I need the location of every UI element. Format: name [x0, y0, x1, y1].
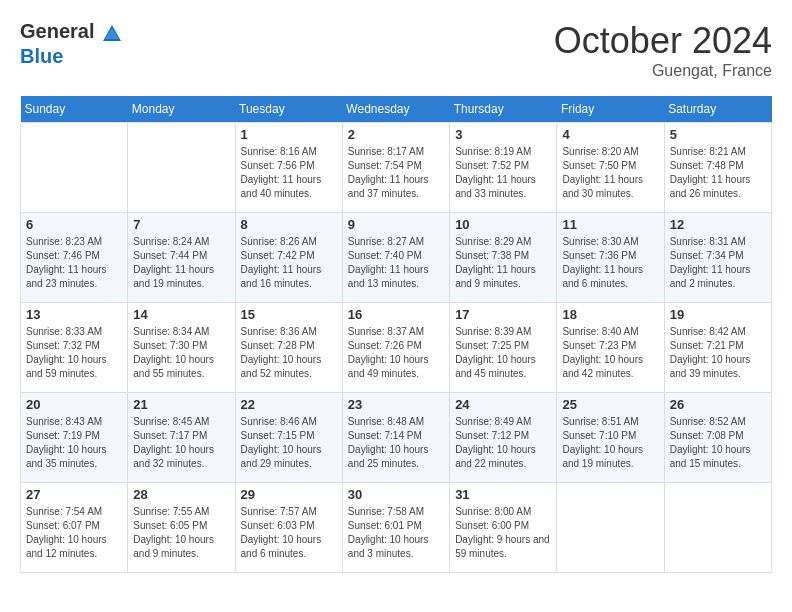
day-number: 1 [241, 127, 337, 142]
day-number: 7 [133, 217, 229, 232]
header-row: SundayMondayTuesdayWednesdayThursdayFrid… [21, 96, 772, 123]
title-section: October 2024 Guengat, France [554, 20, 772, 80]
logo-general: General [20, 20, 94, 42]
calendar-cell: 31Sunrise: 8:00 AMSunset: 6:00 PMDayligh… [450, 483, 557, 573]
day-info: Sunrise: 8:00 AMSunset: 6:00 PMDaylight:… [455, 505, 551, 561]
day-info: Sunrise: 8:48 AMSunset: 7:14 PMDaylight:… [348, 415, 444, 471]
calendar-cell: 22Sunrise: 8:46 AMSunset: 7:15 PMDayligh… [235, 393, 342, 483]
day-info: Sunrise: 8:51 AMSunset: 7:10 PMDaylight:… [562, 415, 658, 471]
day-info: Sunrise: 8:33 AMSunset: 7:32 PMDaylight:… [26, 325, 122, 381]
week-row-2: 6Sunrise: 8:23 AMSunset: 7:46 PMDaylight… [21, 213, 772, 303]
day-number: 29 [241, 487, 337, 502]
day-number: 9 [348, 217, 444, 232]
day-number: 6 [26, 217, 122, 232]
svg-marker-1 [105, 28, 119, 39]
day-number: 15 [241, 307, 337, 322]
day-number: 16 [348, 307, 444, 322]
day-number: 2 [348, 127, 444, 142]
calendar-cell: 29Sunrise: 7:57 AMSunset: 6:03 PMDayligh… [235, 483, 342, 573]
day-number: 23 [348, 397, 444, 412]
day-info: Sunrise: 8:17 AMSunset: 7:54 PMDaylight:… [348, 145, 444, 201]
calendar-cell: 26Sunrise: 8:52 AMSunset: 7:08 PMDayligh… [664, 393, 771, 483]
calendar-cell: 18Sunrise: 8:40 AMSunset: 7:23 PMDayligh… [557, 303, 664, 393]
day-info: Sunrise: 8:43 AMSunset: 7:19 PMDaylight:… [26, 415, 122, 471]
day-info: Sunrise: 8:29 AMSunset: 7:38 PMDaylight:… [455, 235, 551, 291]
calendar-cell: 25Sunrise: 8:51 AMSunset: 7:10 PMDayligh… [557, 393, 664, 483]
day-number: 26 [670, 397, 766, 412]
calendar-table: SundayMondayTuesdayWednesdayThursdayFrid… [20, 96, 772, 573]
day-number: 4 [562, 127, 658, 142]
calendar-cell: 1Sunrise: 8:16 AMSunset: 7:56 PMDaylight… [235, 123, 342, 213]
day-info: Sunrise: 8:46 AMSunset: 7:15 PMDaylight:… [241, 415, 337, 471]
calendar-cell: 20Sunrise: 8:43 AMSunset: 7:19 PMDayligh… [21, 393, 128, 483]
day-info: Sunrise: 7:58 AMSunset: 6:01 PMDaylight:… [348, 505, 444, 561]
day-info: Sunrise: 7:54 AMSunset: 6:07 PMDaylight:… [26, 505, 122, 561]
day-number: 14 [133, 307, 229, 322]
day-info: Sunrise: 8:52 AMSunset: 7:08 PMDaylight:… [670, 415, 766, 471]
day-info: Sunrise: 8:27 AMSunset: 7:40 PMDaylight:… [348, 235, 444, 291]
calendar-cell: 11Sunrise: 8:30 AMSunset: 7:36 PMDayligh… [557, 213, 664, 303]
logo-text: General Blue [20, 20, 125, 68]
day-number: 20 [26, 397, 122, 412]
calendar-cell: 30Sunrise: 7:58 AMSunset: 6:01 PMDayligh… [342, 483, 449, 573]
day-number: 31 [455, 487, 551, 502]
day-number: 10 [455, 217, 551, 232]
day-info: Sunrise: 8:34 AMSunset: 7:30 PMDaylight:… [133, 325, 229, 381]
day-number: 11 [562, 217, 658, 232]
day-info: Sunrise: 8:26 AMSunset: 7:42 PMDaylight:… [241, 235, 337, 291]
day-number: 25 [562, 397, 658, 412]
calendar-cell: 19Sunrise: 8:42 AMSunset: 7:21 PMDayligh… [664, 303, 771, 393]
day-header-tuesday: Tuesday [235, 96, 342, 123]
day-number: 3 [455, 127, 551, 142]
calendar-cell [557, 483, 664, 573]
day-header-thursday: Thursday [450, 96, 557, 123]
day-number: 22 [241, 397, 337, 412]
day-number: 27 [26, 487, 122, 502]
calendar-cell: 12Sunrise: 8:31 AMSunset: 7:34 PMDayligh… [664, 213, 771, 303]
day-info: Sunrise: 8:42 AMSunset: 7:21 PMDaylight:… [670, 325, 766, 381]
week-row-4: 20Sunrise: 8:43 AMSunset: 7:19 PMDayligh… [21, 393, 772, 483]
calendar-cell: 4Sunrise: 8:20 AMSunset: 7:50 PMDaylight… [557, 123, 664, 213]
day-info: Sunrise: 8:37 AMSunset: 7:26 PMDaylight:… [348, 325, 444, 381]
day-number: 5 [670, 127, 766, 142]
calendar-cell: 10Sunrise: 8:29 AMSunset: 7:38 PMDayligh… [450, 213, 557, 303]
logo: General Blue [20, 20, 125, 68]
calendar-cell: 9Sunrise: 8:27 AMSunset: 7:40 PMDaylight… [342, 213, 449, 303]
day-info: Sunrise: 7:55 AMSunset: 6:05 PMDaylight:… [133, 505, 229, 561]
day-info: Sunrise: 8:20 AMSunset: 7:50 PMDaylight:… [562, 145, 658, 201]
calendar-cell: 24Sunrise: 8:49 AMSunset: 7:12 PMDayligh… [450, 393, 557, 483]
calendar-cell: 7Sunrise: 8:24 AMSunset: 7:44 PMDaylight… [128, 213, 235, 303]
day-number: 18 [562, 307, 658, 322]
day-header-wednesday: Wednesday [342, 96, 449, 123]
day-info: Sunrise: 8:36 AMSunset: 7:28 PMDaylight:… [241, 325, 337, 381]
calendar-cell: 17Sunrise: 8:39 AMSunset: 7:25 PMDayligh… [450, 303, 557, 393]
calendar-cell: 3Sunrise: 8:19 AMSunset: 7:52 PMDaylight… [450, 123, 557, 213]
day-number: 17 [455, 307, 551, 322]
calendar-cell: 14Sunrise: 8:34 AMSunset: 7:30 PMDayligh… [128, 303, 235, 393]
day-info: Sunrise: 8:16 AMSunset: 7:56 PMDaylight:… [241, 145, 337, 201]
day-info: Sunrise: 8:40 AMSunset: 7:23 PMDaylight:… [562, 325, 658, 381]
location: Guengat, France [554, 62, 772, 80]
day-header-monday: Monday [128, 96, 235, 123]
day-info: Sunrise: 8:21 AMSunset: 7:48 PMDaylight:… [670, 145, 766, 201]
day-info: Sunrise: 8:24 AMSunset: 7:44 PMDaylight:… [133, 235, 229, 291]
day-info: Sunrise: 8:45 AMSunset: 7:17 PMDaylight:… [133, 415, 229, 471]
calendar-cell: 6Sunrise: 8:23 AMSunset: 7:46 PMDaylight… [21, 213, 128, 303]
day-header-sunday: Sunday [21, 96, 128, 123]
week-row-5: 27Sunrise: 7:54 AMSunset: 6:07 PMDayligh… [21, 483, 772, 573]
calendar-cell [128, 123, 235, 213]
day-header-saturday: Saturday [664, 96, 771, 123]
calendar-cell: 28Sunrise: 7:55 AMSunset: 6:05 PMDayligh… [128, 483, 235, 573]
calendar-cell: 21Sunrise: 8:45 AMSunset: 7:17 PMDayligh… [128, 393, 235, 483]
day-number: 12 [670, 217, 766, 232]
day-number: 13 [26, 307, 122, 322]
month-title: October 2024 [554, 20, 772, 62]
week-row-3: 13Sunrise: 8:33 AMSunset: 7:32 PMDayligh… [21, 303, 772, 393]
day-number: 21 [133, 397, 229, 412]
day-info: Sunrise: 8:39 AMSunset: 7:25 PMDaylight:… [455, 325, 551, 381]
calendar-cell [21, 123, 128, 213]
calendar-cell [664, 483, 771, 573]
week-row-1: 1Sunrise: 8:16 AMSunset: 7:56 PMDaylight… [21, 123, 772, 213]
day-info: Sunrise: 8:23 AMSunset: 7:46 PMDaylight:… [26, 235, 122, 291]
day-info: Sunrise: 7:57 AMSunset: 6:03 PMDaylight:… [241, 505, 337, 561]
